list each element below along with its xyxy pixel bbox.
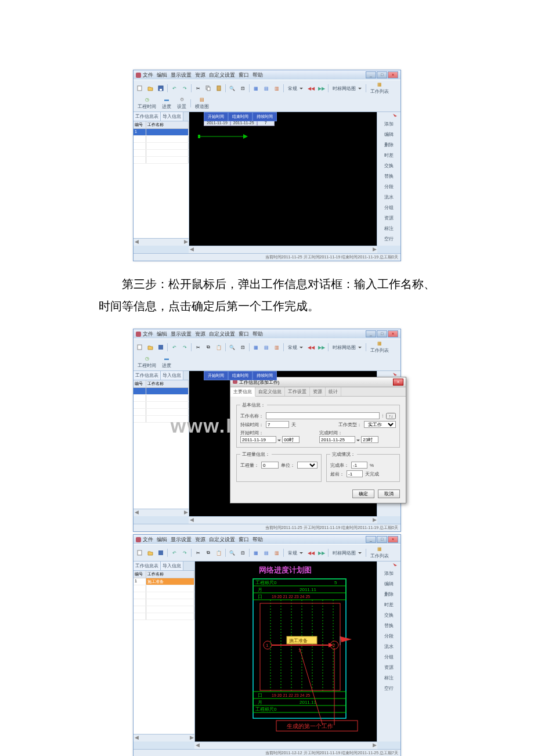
table-row[interactable] [134,613,194,620]
menu-window[interactable]: 窗口 [239,536,249,543]
menu-edit[interactable]: 编辑 [157,536,167,543]
arrow1-icon[interactable]: ◀◀ [306,84,316,93]
tab-import[interactable]: 导入信息 [161,371,183,380]
tab-workinfo[interactable]: 工作信息表 [134,371,161,380]
new-icon[interactable] [135,343,145,352]
tab-res[interactable]: 资源 [310,387,326,396]
tab-settings[interactable]: 工作设置 [285,387,310,396]
input-pct[interactable] [351,462,367,469]
btn-replace[interactable]: 替换 [377,621,400,631]
close-button[interactable]: × [388,71,398,78]
min-button[interactable]: _ [366,330,376,337]
open-icon[interactable] [146,548,155,557]
tab-import[interactable]: 导入信息 [161,112,183,121]
reorder-btn[interactable]: ↑↓ [386,413,396,419]
arrow1-icon[interactable]: ◀◀ [306,548,316,557]
icon-c[interactable]: ▥ [272,84,282,93]
save-icon[interactable] [156,343,165,352]
btn-add[interactable]: 添加 [377,119,400,129]
icon-a[interactable]: ▦ [251,343,261,352]
view-dropdown[interactable]: 常规 [286,343,305,352]
input-over[interactable] [347,470,363,477]
icon-b[interactable]: ▤ [262,343,271,352]
redo-icon[interactable]: ↷ [180,84,189,93]
new-icon[interactable] [135,548,145,557]
btn-edit[interactable]: 编辑 [377,129,400,140]
icon-c[interactable]: ▥ [272,343,282,352]
net-dropdown[interactable]: 时标网络图 [330,343,364,352]
menu-custom[interactable]: 自定义设置 [209,330,235,338]
worklist-button[interactable]: ▦工作列表 [368,546,391,560]
icon-a[interactable]: ▦ [251,548,261,557]
menu-file[interactable]: 文件 [143,330,153,338]
icon-c[interactable]: ▥ [272,548,282,557]
progress-button[interactable]: ▬进度 [160,96,174,110]
btn-group[interactable]: 分组 [377,652,400,663]
btn-delete[interactable]: 删除 [377,140,400,150]
menu-window[interactable]: 窗口 [239,330,249,338]
btn-note[interactable]: 标注 [377,224,400,234]
table-row[interactable] [134,388,189,395]
paste-icon[interactable]: 📋 [214,548,223,557]
copy-icon[interactable] [204,84,213,93]
arrow-tool-icon[interactable] [377,113,400,119]
btn-blank[interactable]: 空行 [377,683,400,694]
btn-float[interactable]: 时差 [377,600,400,610]
arrow2-icon[interactable]: ▶▶ [317,343,326,352]
select-type[interactable]: 实工作 [364,421,396,428]
cut-icon[interactable]: ✂ [193,84,203,93]
ok-button[interactable]: 确定 [352,489,374,498]
icon-b[interactable]: ▤ [262,84,271,93]
menu-file[interactable]: 文件 [143,536,153,543]
table-row[interactable]: 1 [134,129,189,136]
tab-main[interactable]: 主要信息 [230,387,255,397]
canvas-hscroll[interactable]: ◀▶ [189,246,377,253]
btn-segment[interactable]: 分段 [377,631,400,642]
table-row[interactable] [134,150,189,157]
menu-custom[interactable]: 自定义设置 [209,536,235,543]
menu-help[interactable]: 帮助 [252,71,263,79]
progress-button[interactable]: ▬进度 [160,355,174,369]
table-row[interactable] [134,136,189,143]
table-row[interactable] [134,592,194,599]
tab-workinfo[interactable]: 工作信息表 [134,561,161,570]
btn-note[interactable]: 标注 [377,673,400,683]
menu-window[interactable]: 窗口 [239,71,249,79]
cancel-button[interactable]: 取消 [378,489,400,498]
zoom-in-icon[interactable]: 🔍 [228,548,237,557]
menu-custom[interactable]: 自定义设置 [209,71,235,79]
table-row[interactable] [134,395,189,402]
copy-icon[interactable]: ⧉ [204,548,213,557]
icon-b[interactable]: ▤ [262,548,271,557]
btn-replace[interactable]: 替换 [377,171,400,182]
max-button[interactable]: □ [377,536,387,543]
zoom-fit-icon[interactable]: ⊡ [238,548,247,557]
tab-import[interactable]: 导入信息 [161,561,183,570]
new-icon[interactable] [135,84,145,93]
zoom-in-icon[interactable]: 🔍 [228,84,237,93]
select-unit[interactable] [297,462,317,469]
menu-resource[interactable]: 资源 [195,536,205,543]
icon-a[interactable]: ▦ [251,84,261,93]
open-icon[interactable] [146,343,155,352]
arrow2-icon[interactable]: ▶▶ [317,84,326,93]
table-row[interactable] [134,143,189,150]
arrow-tool-icon[interactable] [377,563,400,568]
paste-icon[interactable]: 📋 [214,343,223,352]
input-start-date[interactable] [240,436,276,443]
worklist-button[interactable]: ▦工作列表 [368,81,391,95]
btn-edit[interactable]: 编辑 [377,579,400,589]
settings-button[interactable]: ⚙设置 [175,96,189,110]
zoom-in-icon[interactable]: 🔍 [228,343,237,352]
work-grid[interactable]: 编号 工作名称 [134,380,189,509]
input-finish-date[interactable] [319,436,355,443]
menu-display[interactable]: 显示设置 [171,536,192,543]
btn-group[interactable]: 分组 [377,203,400,213]
btn-res[interactable]: 资源 [377,663,400,673]
btn-blank[interactable]: 空行 [377,234,400,244]
max-button[interactable]: □ [377,71,387,78]
paste-icon[interactable] [214,84,223,93]
worklist-button[interactable]: ▦工作列表 [368,340,391,354]
view-dropdown[interactable]: 常规 [286,84,305,93]
menu-resource[interactable]: 资源 [195,330,205,338]
